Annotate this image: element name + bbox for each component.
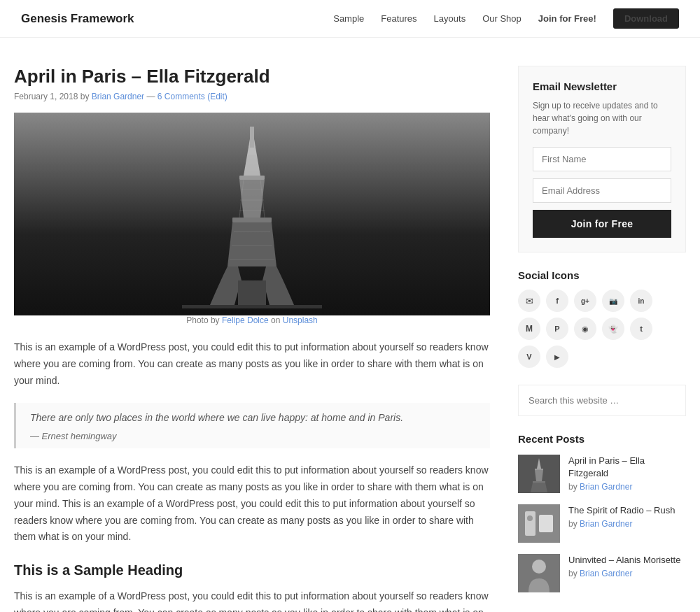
recent-post-info-1: April in Paris – Ella Fitzgerald by Bria… <box>568 455 686 492</box>
first-name-input[interactable] <box>533 147 671 171</box>
svg-rect-21 <box>533 481 545 483</box>
photographer-link[interactable]: Felipe Dolce <box>222 315 269 325</box>
eiffel-tower-svg <box>182 120 322 308</box>
linkedin-icon[interactable]: in <box>630 290 652 312</box>
recent-post-thumb-1 <box>518 455 560 493</box>
post-meta: February 1, 2018 by Brian Gardner — 6 Co… <box>14 92 490 101</box>
recent-post-item-1: April in Paris – Ella Fitzgerald by Bria… <box>518 455 686 493</box>
medium-icon[interactable]: M <box>518 318 540 340</box>
thumb-radio-svg <box>518 504 560 543</box>
newsletter-title: Email Newsletter <box>533 80 671 92</box>
unsplash-link[interactable]: Unsplash <box>283 315 318 325</box>
vimeo-icon[interactable]: V <box>518 346 540 368</box>
post-image-wrap: Photo by Felipe Dolce on Unsplash <box>14 113 490 325</box>
thumb-woman-svg <box>518 554 560 592</box>
post-sep: — <box>146 92 157 101</box>
page-wrap: April in Paris – Ella Fitzgerald Februar… <box>0 38 700 612</box>
post-para2: This is an example of a WordPress post, … <box>14 462 490 546</box>
svg-rect-3 <box>239 176 265 180</box>
facebook-icon[interactable]: f <box>546 290 568 312</box>
post-edit[interactable]: (Edit) <box>207 92 227 101</box>
post-image <box>14 113 490 315</box>
nav-download-button[interactable]: Download <box>613 8 679 29</box>
recent-post-thumb-3 <box>518 554 560 592</box>
twitter-icon[interactable]: t <box>630 318 652 340</box>
svg-rect-19 <box>535 469 543 470</box>
svg-rect-25 <box>539 515 553 532</box>
svg-point-28 <box>532 560 546 574</box>
recent-post-by-2: by Brian Gardner <box>568 519 686 529</box>
svg-marker-22 <box>531 483 547 492</box>
post-date: February 1, 2018 <box>14 92 78 101</box>
social-grid: ✉ f g+ 📷 in M P ◉ 👻 t V ▶ <box>518 290 686 368</box>
svg-marker-4 <box>239 180 265 218</box>
post-para1: This is an example of a WordPress post, … <box>14 339 490 389</box>
youtube-icon[interactable]: ▶ <box>546 346 568 368</box>
site-logo: Genesis Framework <box>21 12 134 26</box>
svg-rect-5 <box>232 218 272 222</box>
newsletter-widget: Email Newsletter Sign up to receive upda… <box>518 66 686 252</box>
sidebar: Email Newsletter Sign up to receive upda… <box>518 66 686 612</box>
recent-post-title-3: Uninvited – Alanis Morisette <box>568 554 686 567</box>
recent-post-by-1: by Brian Gardner <box>568 482 686 492</box>
pinterest-icon[interactable]: P <box>546 318 568 340</box>
svg-rect-24 <box>525 511 536 536</box>
post-blockquote: There are only two places in the world w… <box>14 403 490 448</box>
recent-post-author-2[interactable]: Brian Gardner <box>580 519 632 529</box>
recent-post-item-2: The Spirit of Radio – Rush by Brian Gard… <box>518 504 686 543</box>
recent-post-title-1: April in Paris – Ella Fitzgerald <box>568 455 686 480</box>
post-author[interactable]: Brian Gardner <box>92 92 144 101</box>
svg-point-26 <box>527 515 533 521</box>
email-icon[interactable]: ✉ <box>518 290 540 312</box>
recent-post-item-3: Uninvited – Alanis Morisette by Brian Ga… <box>518 554 686 592</box>
nav-links: Sample Features Layouts Our Shop Join fo… <box>333 8 679 29</box>
main-content: April in Paris – Ella Fitzgerald Februar… <box>14 66 490 612</box>
blockquote-text: There are only two places in the world w… <box>30 410 476 427</box>
recent-post-by-3: by Brian Gardner <box>568 569 686 578</box>
googleplus-icon[interactable]: g+ <box>574 290 596 312</box>
recent-post-info-2: The Spirit of Radio – Rush by Brian Gard… <box>568 504 686 529</box>
recent-post-author-3[interactable]: Brian Gardner <box>580 569 632 578</box>
post-para3: This is an example of a WordPress post, … <box>14 588 490 612</box>
search-input[interactable] <box>528 392 676 408</box>
search-widget <box>518 385 686 416</box>
social-icons-widget: Social Icons ✉ f g+ 📷 in M P ◉ 👻 t V ▶ <box>518 269 686 368</box>
svg-rect-2 <box>250 127 254 148</box>
recent-post-author-1[interactable]: Brian Gardner <box>580 482 632 492</box>
svg-marker-20 <box>535 470 543 481</box>
post-title: April in Paris – Ella Fitzgerald <box>14 66 490 87</box>
nav-shop[interactable]: Our Shop <box>482 13 522 24</box>
instagram-icon[interactable]: 📷 <box>602 290 624 312</box>
recent-posts-widget: Recent Posts April in Paris – Ella Fitzg… <box>518 433 686 592</box>
nav-features[interactable]: Features <box>381 13 416 24</box>
newsletter-desc: Sign up to receive updates and to hear w… <box>533 99 671 137</box>
recent-post-thumb-2 <box>518 504 560 543</box>
thumb-eiffel-svg <box>518 455 560 493</box>
nav-layouts[interactable]: Layouts <box>434 13 466 24</box>
post-heading: This is a Sample Heading <box>14 562 490 578</box>
svg-rect-7 <box>238 280 266 305</box>
nav-sample[interactable]: Sample <box>333 13 364 24</box>
svg-rect-8 <box>182 305 322 308</box>
rss-icon[interactable]: ◉ <box>574 318 596 340</box>
post-comments[interactable]: 6 Comments <box>158 92 205 101</box>
recent-post-title-2: The Spirit of Radio – Rush <box>568 504 686 517</box>
post-by: by <box>80 92 92 101</box>
social-icons-title: Social Icons <box>518 269 686 281</box>
snapchat-icon[interactable]: 👻 <box>602 318 624 340</box>
join-button[interactable]: Join for Free <box>533 210 671 238</box>
recent-post-info-3: Uninvited – Alanis Morisette by Brian Ga… <box>568 554 686 578</box>
blockquote-cite: — Ernest hemingway <box>30 431 476 441</box>
svg-marker-6 <box>227 222 276 266</box>
nav-join[interactable]: Join for Free! <box>538 13 596 24</box>
image-caption: Photo by Felipe Dolce on Unsplash <box>14 315 490 325</box>
recent-posts-title: Recent Posts <box>518 433 686 445</box>
email-input[interactable] <box>533 178 671 203</box>
navigation: Genesis Framework Sample Features Layout… <box>0 0 700 38</box>
